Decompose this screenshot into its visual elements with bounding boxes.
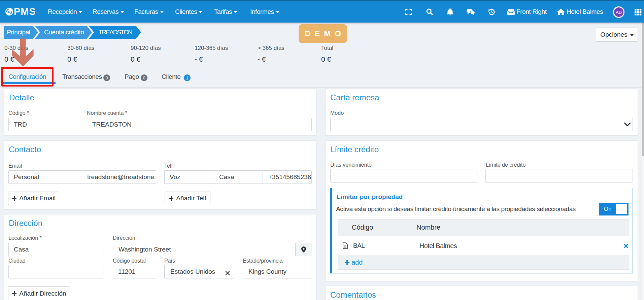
svg-text:u: u (8, 9, 10, 14)
